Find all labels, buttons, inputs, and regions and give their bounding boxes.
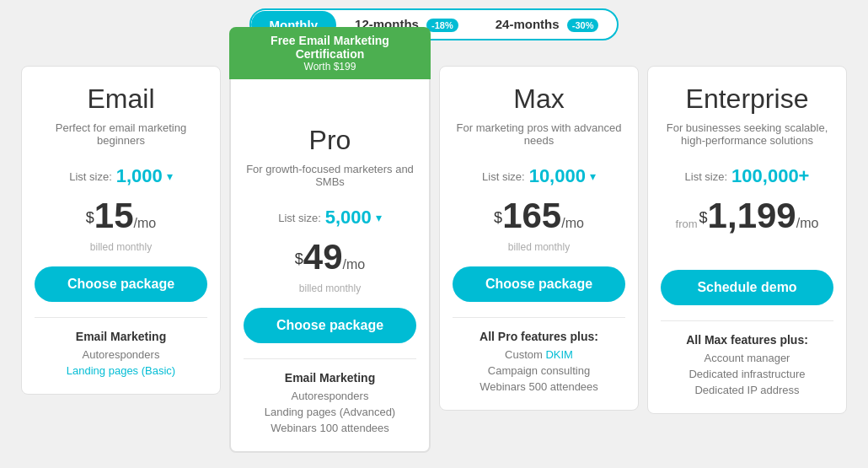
list-size-label-email: List size: [69,170,112,183]
price-per-enterprise: /mo [796,216,819,230]
list-size-row-max: List size: 10,000 ▾ [453,165,625,187]
plan-card-pro: Free Email Marketing Certification Worth… [229,66,431,453]
choose-package-pro[interactable]: Choose package [244,308,416,343]
feature-heading-email: Email Marketing [35,330,207,343]
plan-card-enterprise: Enterprise For businesses seeking scalab… [647,66,847,414]
list-size-dropdown-max[interactable]: ▾ [590,169,596,183]
promo-title-pro: Free Email Marketing Certification [238,34,422,61]
billed-note-enterprise [661,241,833,256]
price-sup-max: $ [494,209,502,226]
price-sup-email: $ [86,209,94,226]
price-per-max: /mo [561,216,584,230]
price-sup-enterprise: $ [699,209,708,226]
features-enterprise: All Max features plus: Account manager D… [661,333,833,396]
feature-landing-pages-email[interactable]: Landing pages (Basic) [35,364,207,377]
feature-consulting-max: Campaign consulting [453,364,625,377]
price-prefix-enterprise: from [676,218,698,230]
billing-option-24months[interactable]: 24-months -30% [477,10,618,39]
feature-webinars-max: Webinars 500 attendees [453,380,625,393]
price-row-max: $165/mo [453,196,625,236]
features-email: Email Marketing Autoresponders Landing p… [35,330,207,377]
list-size-row-pro: List size: 5,000 ▾ [244,207,416,229]
list-size-value-pro: 5,000 [325,207,372,229]
list-size-row-email: List size: 1,000 ▾ [35,165,207,187]
price-per-email: /mo [134,216,157,230]
feature-heading-pro: Email Marketing [244,371,416,385]
features-max: All Pro features plus: Custom DKIM Campa… [453,330,625,393]
price-row-email: $15/mo [35,196,207,236]
list-size-value-email: 1,000 [116,165,163,187]
list-size-dropdown-pro[interactable]: ▾ [376,211,382,224]
choose-package-max[interactable]: Choose package [453,266,625,302]
price-main-email: 15 [94,196,134,235]
feature-landing-pages-pro: Landing pages (Advanced) [244,406,416,418]
plan-desc-email: Perfect for email marketing beginners [35,121,207,153]
discount-badge-12months: -18% [426,19,458,32]
feature-heading-enterprise: All Max features plus: [661,333,833,347]
billed-note-email: billed monthly [35,241,207,253]
choose-package-email[interactable]: Choose package [35,266,207,302]
features-pro: Email Marketing Autoresponders Landing p… [244,371,416,434]
price-row-enterprise: from$1,199/mo [661,196,833,236]
feature-dkim-max: Custom DKIM [453,348,625,361]
list-size-label-pro: List size: [278,212,321,224]
promo-banner-pro: Free Email Marketing Certification Worth… [229,27,431,79]
discount-badge-24months: -30% [567,19,599,32]
list-size-value-max: 10,000 [529,165,586,187]
feature-autoresponders-email: Autoresponders [35,348,207,361]
plan-name-email: Email [35,83,207,115]
price-main-pro: 49 [303,237,343,277]
billed-note-pro: billed monthly [244,282,416,294]
plan-desc-pro: For growth-focused marketers and SMBs [244,163,416,195]
dkim-link[interactable]: DKIM [545,348,573,361]
plan-name-pro: Pro [244,125,416,156]
plan-desc-enterprise: For businesses seeking scalable, high-pe… [661,121,833,153]
price-main-max: 165 [502,196,561,235]
feature-account-manager-enterprise: Account manager [661,352,833,364]
list-size-row-enterprise: List size: 100,000+ [661,165,833,187]
schedule-demo-enterprise[interactable]: Schedule demo [661,270,833,305]
plan-card-email: Email Perfect for email marketing beginn… [21,66,221,395]
price-row-pro: $49/mo [244,237,416,277]
promo-sub-pro: Worth $199 [238,61,422,73]
feature-dedicated-infra-enterprise: Dedicated infrastructure [661,368,833,380]
feature-dedicated-ip-enterprise: Dedicated IP address [661,384,833,396]
list-size-label-enterprise: List size: [685,170,728,183]
plans-container: Email Perfect for email marketing beginn… [17,66,851,453]
feature-heading-max: All Pro features plus: [453,330,625,343]
price-main-enterprise: 1,199 [708,196,796,235]
plan-desc-max: For marketing pros with advanced needs [453,121,625,153]
plan-card-max: Max For marketing pros with advanced nee… [439,66,639,411]
list-size-value-enterprise: 100,000+ [731,165,809,187]
plan-name-enterprise: Enterprise [661,83,833,115]
list-size-dropdown-email[interactable]: ▾ [167,169,173,183]
feature-webinars-pro: Webinars 100 attendees [244,422,416,434]
billed-note-max: billed monthly [453,241,625,253]
price-per-pro: /mo [343,257,366,272]
feature-autoresponders-pro: Autoresponders [244,390,416,402]
price-sup-pro: $ [295,250,303,267]
plan-name-max: Max [453,83,625,115]
list-size-label-max: List size: [482,170,525,183]
